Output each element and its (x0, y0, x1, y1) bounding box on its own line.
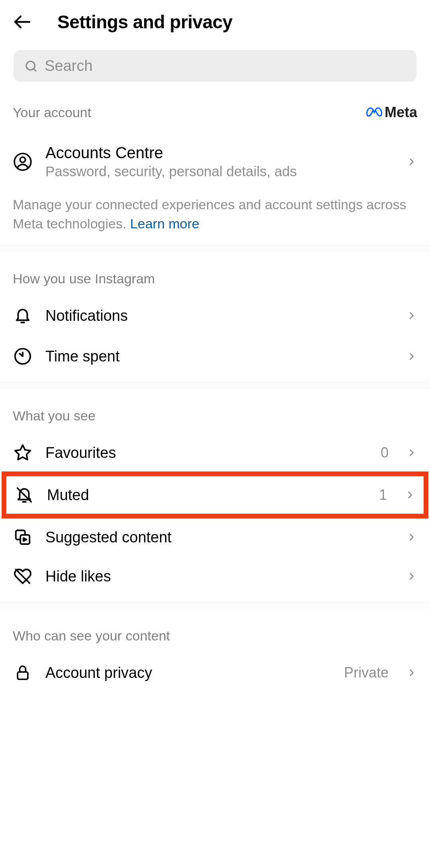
clock-icon (14, 347, 32, 365)
accounts-centre-subtitle: Password, security, personal details, ad… (45, 163, 393, 179)
muted-highlight: Muted 1 (2, 471, 428, 518)
hide-likes-label: Hide likes (45, 568, 393, 585)
svg-marker-7 (15, 445, 30, 460)
bell-icon (14, 306, 32, 325)
muted-row[interactable]: Muted 1 (6, 476, 424, 514)
svg-rect-14 (18, 672, 28, 679)
chevron-right-icon (406, 532, 417, 543)
favourites-label: Favourites (45, 444, 368, 461)
accounts-centre-title: Accounts Centre (45, 144, 393, 162)
chevron-right-icon (406, 447, 417, 458)
time-spent-label: Time spent (45, 348, 393, 365)
chevron-right-icon (406, 156, 417, 167)
time-spent-row[interactable]: Time spent (0, 336, 430, 382)
suggested-content-label: Suggested content (45, 529, 393, 546)
section-divider (0, 245, 430, 251)
meta-brand-label: Meta (385, 104, 417, 121)
section-divider (0, 602, 430, 608)
meta-logo-icon (366, 107, 382, 118)
search-icon (25, 59, 37, 73)
search-box[interactable] (14, 50, 416, 82)
section-title-what-you-see: What you see (13, 408, 96, 424)
page-title: Settings and privacy (57, 11, 233, 33)
section-title-your-account: Your account (13, 105, 91, 120)
chevron-right-icon (406, 351, 417, 362)
notifications-row[interactable]: Notifications (0, 290, 430, 336)
account-privacy-row[interactable]: Account privacy Private (0, 647, 430, 699)
suggested-content-row[interactable]: Suggested content (0, 518, 430, 557)
meta-brand: Meta (366, 104, 417, 121)
bell-off-icon (15, 486, 33, 504)
hide-likes-row[interactable]: Hide likes (0, 557, 430, 602)
chevron-right-icon (406, 667, 417, 678)
favourites-row[interactable]: Favourites 0 (0, 427, 430, 471)
notifications-label: Notifications (45, 307, 393, 324)
section-divider (0, 382, 430, 388)
favourites-value: 0 (381, 444, 389, 461)
account-privacy-label: Account privacy (45, 664, 331, 681)
star-icon (14, 444, 32, 462)
back-button[interactable] (13, 12, 32, 31)
chevron-right-icon (406, 310, 417, 321)
chevron-right-icon (405, 489, 416, 501)
muted-value: 1 (379, 487, 387, 503)
accounts-centre-row[interactable]: Accounts Centre Password, security, pers… (0, 126, 430, 183)
lock-icon (14, 664, 31, 681)
heart-off-icon (14, 567, 32, 585)
accounts-description: Manage your connected experiences and ac… (0, 183, 430, 245)
search-input[interactable] (45, 57, 405, 75)
muted-label: Muted (47, 487, 366, 504)
media-icon (14, 528, 32, 546)
svg-marker-12 (23, 538, 27, 541)
user-circle-icon (13, 152, 33, 172)
svg-point-4 (20, 157, 25, 162)
section-title-who-can-see: Who can see your content (13, 628, 170, 644)
arrow-left-icon (13, 12, 32, 31)
svg-line-2 (33, 69, 36, 71)
section-title-how-you-use: How you use Instagram (13, 271, 155, 287)
learn-more-link[interactable]: Learn more (130, 216, 199, 231)
account-privacy-value: Private (344, 664, 389, 681)
chevron-right-icon (406, 571, 417, 582)
